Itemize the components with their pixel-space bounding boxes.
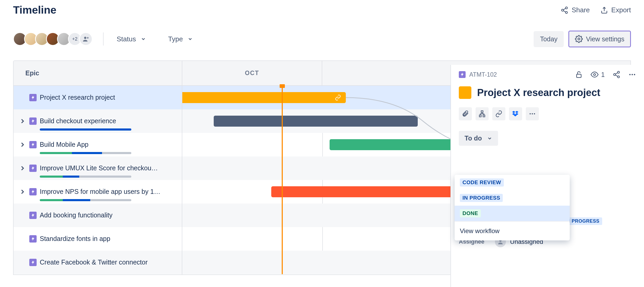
epic-row[interactable]: Standardize fonts in app [14,227,182,251]
svg-point-14 [618,76,620,78]
status-option[interactable]: IN PROGRESS [455,190,570,206]
today-label: Today [540,35,557,43]
expand-button[interactable] [19,165,26,172]
breadcrumb[interactable]: ATMT-102 [459,71,497,78]
link-icon [335,94,341,101]
link-icon [495,110,502,117]
watch-button[interactable]: 1 [591,71,605,78]
epic-label: Improve NPS for mobile app users by 1… [40,188,160,195]
svg-point-19 [634,74,635,75]
status-dropdown-menu: CODE REVIEW IN PROGRESS DONE View workfl… [455,175,570,240]
issue-detail-panel: ATMT-102 1 Project X research project To… [450,65,644,287]
expand-button[interactable] [19,117,26,125]
dropbox-icon [512,110,519,117]
add-child-button[interactable] [476,107,489,120]
more-actions-button[interactable] [526,107,539,120]
progress-bar [40,152,131,154]
chevron-right-icon [19,165,26,172]
epic-row[interactable]: Improve UMUX Lite Score for checkou… [14,156,182,180]
export-button[interactable]: Export [600,6,631,14]
share-button[interactable]: Share [561,6,590,14]
svg-line-16 [615,75,618,76]
epic-icon [29,212,37,219]
more-icon [529,110,536,117]
export-icon [600,6,608,14]
epic-row[interactable]: Create Facebook & Twitter connector [14,251,182,274]
epic-row[interactable]: Build checkout experience [14,109,182,133]
dropbox-button[interactable] [509,107,522,120]
epic-icon [29,235,37,243]
today-line [282,86,283,274]
svg-point-23 [530,113,531,115]
view-settings-button[interactable]: View settings [568,31,631,47]
svg-point-11 [594,74,596,76]
svg-line-15 [615,73,618,74]
svg-rect-22 [483,115,485,117]
svg-point-17 [629,74,631,75]
status-filter-label: Status [117,35,136,43]
status-filter[interactable]: Status [114,35,149,43]
eye-icon [591,71,598,78]
epic-label: Create Facebook & Twitter connector [40,258,148,266]
gantt-bar[interactable] [214,116,418,127]
epic-color-swatch[interactable] [459,86,471,99]
svg-line-3 [563,8,566,10]
page-title: Timeline [13,4,57,16]
epic-label: Standardize fonts in app [40,235,110,243]
issue-key[interactable]: ATMT-102 [469,71,497,78]
epic-row[interactable]: Project X research project [14,86,182,109]
epic-label: Build checkout experience [40,117,116,125]
svg-point-2 [566,12,568,14]
share-icon[interactable] [613,71,620,78]
avatar-stack[interactable]: +2 [13,32,93,46]
issue-title[interactable]: Project X research project [477,87,600,98]
gear-icon [575,35,583,43]
gantt-bar[interactable] [182,92,346,103]
status-dropdown[interactable]: To do [459,131,498,146]
epic-row[interactable]: Build Mobile App [14,133,182,156]
progress-bar [40,199,131,201]
epic-label: Project X research project [40,94,115,101]
epic-row[interactable]: Add booking functionality [14,204,182,227]
status-lozenge: IN PROGRESS [460,194,503,202]
unlock-icon[interactable] [575,71,583,78]
svg-point-6 [84,37,87,39]
add-people-icon [82,36,89,42]
chevron-right-icon [19,141,26,148]
svg-point-1 [562,9,564,11]
more-icon[interactable] [628,71,636,78]
svg-point-0 [566,7,568,9]
chevron-down-icon [188,36,193,42]
chevron-down-icon [487,136,492,141]
svg-point-18 [632,74,633,75]
status-option[interactable]: DONE [455,206,570,221]
status-option[interactable]: CODE REVIEW [455,175,570,190]
attachment-icon [462,110,469,117]
svg-point-12 [618,71,620,74]
type-filter[interactable]: Type [166,35,195,43]
svg-rect-10 [577,74,581,78]
expand-button[interactable] [19,188,26,195]
share-label: Share [572,6,590,14]
add-people-button[interactable] [79,32,93,46]
svg-point-9 [578,38,580,40]
today-button[interactable]: Today [534,31,564,47]
epic-icon [29,94,37,101]
progress-bar [40,128,131,131]
epic-icon [29,141,37,148]
status-lozenge: CODE REVIEW [460,178,504,187]
view-workflow-link[interactable]: View workflow [455,222,570,240]
progress-bar [40,176,131,178]
epic-icon [29,259,37,266]
epic-row[interactable]: Improve NPS for mobile app users by 1… [14,180,182,204]
link-button[interactable] [492,107,505,120]
hierarchy-icon [478,110,486,117]
view-settings-label: View settings [586,35,624,43]
chevron-down-icon [141,36,146,42]
expand-button[interactable] [19,141,26,148]
gantt-bar[interactable] [271,186,475,197]
share-icon [561,6,568,14]
attach-button[interactable] [459,107,472,120]
svg-point-24 [532,113,533,115]
epic-column-header: Epic [14,61,182,86]
